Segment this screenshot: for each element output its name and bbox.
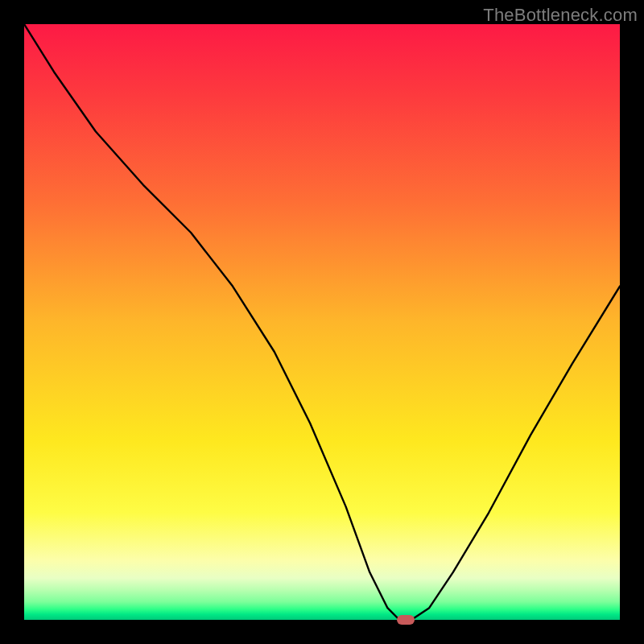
bottleneck-curve <box>24 24 620 620</box>
plot-area <box>24 24 620 620</box>
optimal-point-marker <box>397 615 415 625</box>
chart-container: TheBottleneck.com <box>0 0 644 644</box>
watermark-text: TheBottleneck.com <box>483 5 638 26</box>
